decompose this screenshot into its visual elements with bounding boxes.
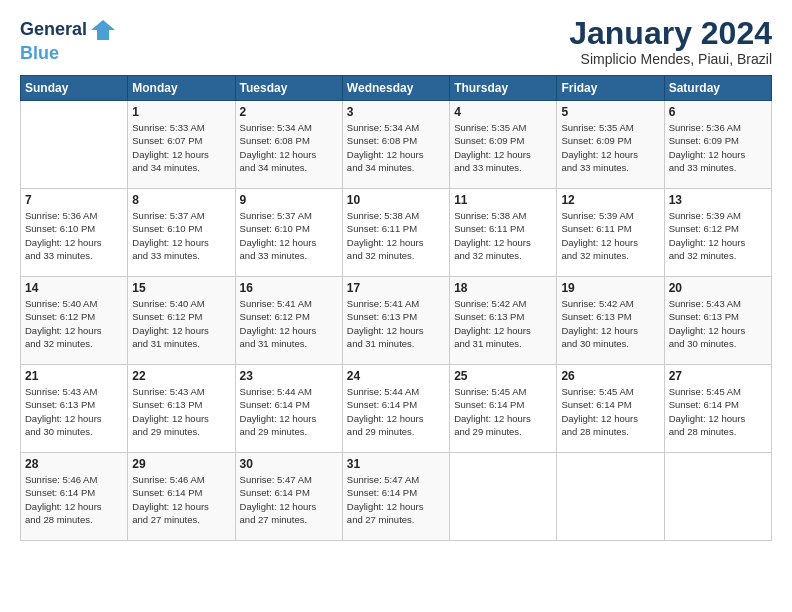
day-info: Sunrise: 5:47 AM Sunset: 6:14 PM Dayligh… [347,473,445,526]
table-row: 7Sunrise: 5:36 AM Sunset: 6:10 PM Daylig… [21,189,128,277]
day-info: Sunrise: 5:43 AM Sunset: 6:13 PM Dayligh… [669,297,767,350]
day-number: 24 [347,369,445,383]
day-number: 14 [25,281,123,295]
day-number: 28 [25,457,123,471]
day-info: Sunrise: 5:38 AM Sunset: 6:11 PM Dayligh… [347,209,445,262]
table-row: 24Sunrise: 5:44 AM Sunset: 6:14 PM Dayli… [342,365,449,453]
logo-text: General [20,20,87,40]
day-info: Sunrise: 5:43 AM Sunset: 6:13 PM Dayligh… [25,385,123,438]
day-number: 12 [561,193,659,207]
day-number: 8 [132,193,230,207]
day-info: Sunrise: 5:39 AM Sunset: 6:11 PM Dayligh… [561,209,659,262]
table-row: 27Sunrise: 5:45 AM Sunset: 6:14 PM Dayli… [664,365,771,453]
day-number: 27 [669,369,767,383]
table-row: 20Sunrise: 5:43 AM Sunset: 6:13 PM Dayli… [664,277,771,365]
table-row: 18Sunrise: 5:42 AM Sunset: 6:13 PM Dayli… [450,277,557,365]
table-row: 29Sunrise: 5:46 AM Sunset: 6:14 PM Dayli… [128,453,235,541]
table-row: 23Sunrise: 5:44 AM Sunset: 6:14 PM Dayli… [235,365,342,453]
table-row: 11Sunrise: 5:38 AM Sunset: 6:11 PM Dayli… [450,189,557,277]
day-number: 29 [132,457,230,471]
table-row: 8Sunrise: 5:37 AM Sunset: 6:10 PM Daylig… [128,189,235,277]
day-info: Sunrise: 5:44 AM Sunset: 6:14 PM Dayligh… [347,385,445,438]
day-number: 20 [669,281,767,295]
calendar-week-row: 7Sunrise: 5:36 AM Sunset: 6:10 PM Daylig… [21,189,772,277]
table-row: 4Sunrise: 5:35 AM Sunset: 6:09 PM Daylig… [450,101,557,189]
day-number: 11 [454,193,552,207]
table-row [557,453,664,541]
table-row: 31Sunrise: 5:47 AM Sunset: 6:14 PM Dayli… [342,453,449,541]
day-info: Sunrise: 5:39 AM Sunset: 6:12 PM Dayligh… [669,209,767,262]
day-number: 23 [240,369,338,383]
day-info: Sunrise: 5:42 AM Sunset: 6:13 PM Dayligh… [561,297,659,350]
day-info: Sunrise: 5:44 AM Sunset: 6:14 PM Dayligh… [240,385,338,438]
svg-marker-0 [91,20,115,40]
day-number: 21 [25,369,123,383]
day-info: Sunrise: 5:35 AM Sunset: 6:09 PM Dayligh… [561,121,659,174]
table-row: 12Sunrise: 5:39 AM Sunset: 6:11 PM Dayli… [557,189,664,277]
col-friday: Friday [557,76,664,101]
day-number: 4 [454,105,552,119]
month-title: January 2024 [569,16,772,51]
table-row: 26Sunrise: 5:45 AM Sunset: 6:14 PM Dayli… [557,365,664,453]
calendar-table: Sunday Monday Tuesday Wednesday Thursday… [20,75,772,541]
day-info: Sunrise: 5:36 AM Sunset: 6:10 PM Dayligh… [25,209,123,262]
table-row: 14Sunrise: 5:40 AM Sunset: 6:12 PM Dayli… [21,277,128,365]
day-number: 18 [454,281,552,295]
day-info: Sunrise: 5:43 AM Sunset: 6:13 PM Dayligh… [132,385,230,438]
day-number: 25 [454,369,552,383]
day-number: 2 [240,105,338,119]
table-row: 9Sunrise: 5:37 AM Sunset: 6:10 PM Daylig… [235,189,342,277]
day-number: 26 [561,369,659,383]
calendar-week-row: 21Sunrise: 5:43 AM Sunset: 6:13 PM Dayli… [21,365,772,453]
table-row: 1Sunrise: 5:33 AM Sunset: 6:07 PM Daylig… [128,101,235,189]
table-row: 6Sunrise: 5:36 AM Sunset: 6:09 PM Daylig… [664,101,771,189]
day-info: Sunrise: 5:47 AM Sunset: 6:14 PM Dayligh… [240,473,338,526]
calendar-week-row: 1Sunrise: 5:33 AM Sunset: 6:07 PM Daylig… [21,101,772,189]
table-row: 10Sunrise: 5:38 AM Sunset: 6:11 PM Dayli… [342,189,449,277]
col-wednesday: Wednesday [342,76,449,101]
table-row: 13Sunrise: 5:39 AM Sunset: 6:12 PM Dayli… [664,189,771,277]
day-number: 3 [347,105,445,119]
day-number: 6 [669,105,767,119]
table-row [664,453,771,541]
table-row: 16Sunrise: 5:41 AM Sunset: 6:12 PM Dayli… [235,277,342,365]
day-number: 7 [25,193,123,207]
day-number: 15 [132,281,230,295]
calendar-header-row: Sunday Monday Tuesday Wednesday Thursday… [21,76,772,101]
day-info: Sunrise: 5:45 AM Sunset: 6:14 PM Dayligh… [561,385,659,438]
day-info: Sunrise: 5:38 AM Sunset: 6:11 PM Dayligh… [454,209,552,262]
day-info: Sunrise: 5:37 AM Sunset: 6:10 PM Dayligh… [240,209,338,262]
col-monday: Monday [128,76,235,101]
day-number: 9 [240,193,338,207]
table-row: 22Sunrise: 5:43 AM Sunset: 6:13 PM Dayli… [128,365,235,453]
table-row [450,453,557,541]
day-info: Sunrise: 5:34 AM Sunset: 6:08 PM Dayligh… [240,121,338,174]
day-number: 16 [240,281,338,295]
col-thursday: Thursday [450,76,557,101]
col-saturday: Saturday [664,76,771,101]
day-info: Sunrise: 5:35 AM Sunset: 6:09 PM Dayligh… [454,121,552,174]
day-info: Sunrise: 5:41 AM Sunset: 6:13 PM Dayligh… [347,297,445,350]
day-info: Sunrise: 5:36 AM Sunset: 6:09 PM Dayligh… [669,121,767,174]
day-number: 30 [240,457,338,471]
day-info: Sunrise: 5:40 AM Sunset: 6:12 PM Dayligh… [25,297,123,350]
table-row: 21Sunrise: 5:43 AM Sunset: 6:13 PM Dayli… [21,365,128,453]
title-block: January 2024 Simplicio Mendes, Piaui, Br… [569,16,772,67]
logo-icon [89,16,117,44]
day-info: Sunrise: 5:46 AM Sunset: 6:14 PM Dayligh… [25,473,123,526]
header: General Blue January 2024 Simplicio Mend… [20,16,772,67]
table-row: 30Sunrise: 5:47 AM Sunset: 6:14 PM Dayli… [235,453,342,541]
location-subtitle: Simplicio Mendes, Piaui, Brazil [569,51,772,67]
table-row: 15Sunrise: 5:40 AM Sunset: 6:12 PM Dayli… [128,277,235,365]
day-number: 10 [347,193,445,207]
day-info: Sunrise: 5:41 AM Sunset: 6:12 PM Dayligh… [240,297,338,350]
table-row: 25Sunrise: 5:45 AM Sunset: 6:14 PM Dayli… [450,365,557,453]
day-info: Sunrise: 5:42 AM Sunset: 6:13 PM Dayligh… [454,297,552,350]
day-number: 13 [669,193,767,207]
day-number: 19 [561,281,659,295]
day-info: Sunrise: 5:33 AM Sunset: 6:07 PM Dayligh… [132,121,230,174]
calendar-week-row: 14Sunrise: 5:40 AM Sunset: 6:12 PM Dayli… [21,277,772,365]
logo-blue: Blue [20,43,59,63]
table-row: 3Sunrise: 5:34 AM Sunset: 6:08 PM Daylig… [342,101,449,189]
col-tuesday: Tuesday [235,76,342,101]
